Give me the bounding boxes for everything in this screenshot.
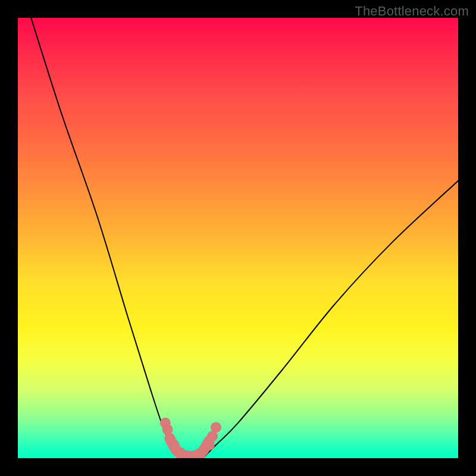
chart-frame: TheBottleneck.com xyxy=(0,0,476,476)
marker-dot xyxy=(211,422,221,433)
curve-layer xyxy=(31,18,458,458)
curve-right-branch xyxy=(203,181,458,458)
curve-left-branch xyxy=(31,18,185,458)
chart-svg xyxy=(18,18,458,458)
watermark-text: TheBottleneck.com xyxy=(355,4,469,19)
marker-dot xyxy=(162,424,173,435)
